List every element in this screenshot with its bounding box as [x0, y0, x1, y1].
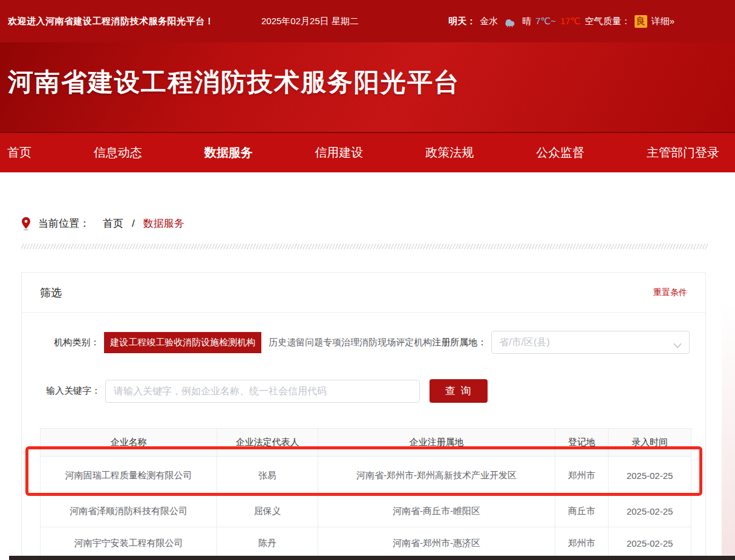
nav-item-supervision[interactable]: 公众监督	[536, 145, 584, 161]
current-date: 2025年02月25日 星期二	[261, 16, 359, 27]
col-header-registry-city: 登记地	[555, 429, 609, 457]
nav-item-home[interactable]: 首页	[7, 145, 31, 161]
table-header-row: 企业名称 企业法定代表人 企业注册属地 登记地 录入时间	[41, 429, 691, 457]
cell-company-name: 河南宇宁安装工程有限公司	[41, 527, 217, 559]
col-header-registered-location: 企业注册属地	[318, 429, 555, 457]
filter-panel: 筛选 重置条件 机构类别： 建设工程竣工验收消防设施检测机构 历史遗留问题专项治…	[21, 272, 706, 560]
cell-registered-location: 河南省-郑州市-郑州高新技术产业开发区	[318, 457, 555, 495]
weather-cloud-icon	[502, 15, 518, 27]
nav-item-authority-login[interactable]: 主管部门登录	[647, 145, 719, 161]
col-header-legal-rep: 企业法定代表人	[217, 429, 318, 457]
table-row[interactable]: 河南省泽顺消防科技有限公司 屈保义 河南省-商丘市-睢阳区 商丘市 2025-0…	[41, 495, 691, 527]
cell-legal-rep: 张易	[217, 457, 318, 495]
region-select-placeholder: 省/市/区(县)	[499, 336, 550, 349]
cell-company-name: 河南省泽顺消防科技有限公司	[41, 495, 217, 527]
category-filter-row: 机构类别： 建设工程竣工验收消防设施检测机构 历史遗留问题专项治理消防现场评定机…	[22, 331, 707, 354]
cell-registry-city: 商丘市	[555, 495, 609, 527]
weather-condition: 晴	[522, 16, 531, 27]
nav-item-data-service[interactable]: 数据服务	[204, 145, 253, 161]
cell-registered-location: 河南省-郑州市-惠济区	[318, 527, 555, 559]
air-quality-badge: 良	[635, 15, 647, 28]
weather-detail-link[interactable]: 详细»	[652, 16, 675, 27]
weather-tomorrow-label: 明天：	[448, 16, 475, 27]
cell-legal-rep: 陈丹	[217, 527, 318, 559]
weather-temp-low: 7℃~	[535, 16, 556, 27]
slash-pattern-divider	[21, 244, 708, 249]
top-info-bar: 欢迎进入河南省建设工程消防技术服务阳光平台！ 2025年02月25日 星期二 明…	[0, 0, 735, 42]
cell-registered-location: 河南省-商丘市-睢阳区	[318, 495, 555, 527]
col-header-entry-date: 录入时间	[609, 429, 691, 457]
filter-title: 筛选	[40, 285, 62, 300]
breadcrumb-home[interactable]: 首页	[103, 217, 123, 230]
cell-entry-date: 2025-02-25	[609, 527, 691, 559]
category-option-inactive[interactable]: 历史遗留问题专项治理消防现场评定机构	[269, 337, 432, 348]
weather-temp-high: 17℃	[560, 16, 581, 27]
search-button[interactable]: 查 询	[430, 379, 488, 403]
nav-item-policy[interactable]: 政策法规	[425, 145, 474, 161]
region-select[interactable]: 省/市/区(县)	[491, 331, 690, 354]
col-header-company-name: 企业名称	[41, 429, 217, 457]
site-banner: 河南省建设工程消防技术服务阳光平台	[0, 42, 735, 132]
cell-entry-date: 2025-02-25	[609, 457, 691, 495]
category-label: 机构类别：	[22, 337, 99, 348]
keyword-label: 输入关键字：	[22, 385, 100, 397]
weather-city: 金水	[480, 16, 498, 27]
filter-panel-header: 筛选 重置条件	[22, 273, 705, 313]
breadcrumb-separator: /	[132, 218, 135, 230]
nav-item-credit[interactable]: 信用建设	[315, 145, 363, 161]
breadcrumb-current: 数据服务	[143, 217, 185, 230]
main-nav: 首页 信息动态 数据服务 信用建设 政策法规 公众监督 主管部门登录	[0, 132, 735, 172]
breadcrumb-label: 当前位置：	[38, 217, 90, 230]
table-row[interactable]: 河南固瑞工程质量检测有限公司 张易 河南省-郑州市-郑州高新技术产业开发区 郑州…	[41, 457, 691, 495]
footer-top-edge	[9, 556, 735, 560]
air-quality-label: 空气质量：	[585, 16, 630, 27]
reset-filters-link[interactable]: 重置条件	[653, 287, 687, 298]
welcome-text: 欢迎进入河南省建设工程消防技术服务阳光平台！	[8, 16, 214, 27]
site-title: 河南省建设工程消防技术服务阳光平台	[8, 65, 460, 99]
region-label: 注册所属地：	[432, 337, 486, 348]
right-edge-gradient	[722, 302, 735, 556]
cell-entry-date: 2025-02-25	[609, 495, 691, 527]
weather-widget: 明天： 金水 晴 7℃~ 17℃ 空气质量： 良 详细»	[448, 15, 675, 28]
cell-legal-rep: 屈保义	[217, 495, 318, 527]
chevron-down-icon	[673, 340, 682, 345]
keyword-filter-row: 输入关键字： 查 询	[22, 379, 707, 403]
cell-company-name: 河南固瑞工程质量检测有限公司	[41, 457, 217, 495]
category-option-active[interactable]: 建设工程竣工验收消防设施检测机构	[104, 332, 261, 353]
table-row[interactable]: 河南宇宁安装工程有限公司 陈丹 河南省-郑州市-惠济区 郑州市 2025-02-…	[41, 527, 691, 559]
keyword-input[interactable]	[105, 380, 420, 403]
breadcrumb: 当前位置： 首页 / 数据服务	[21, 217, 185, 230]
location-pin-icon	[21, 217, 31, 230]
company-table: 企业名称 企业法定代表人 企业注册属地 登记地 录入时间 河南固瑞工程质量检测有…	[40, 428, 691, 559]
nav-item-news[interactable]: 信息动态	[94, 145, 142, 161]
cell-registry-city: 郑州市	[555, 457, 609, 495]
cell-registry-city: 郑州市	[555, 527, 609, 559]
